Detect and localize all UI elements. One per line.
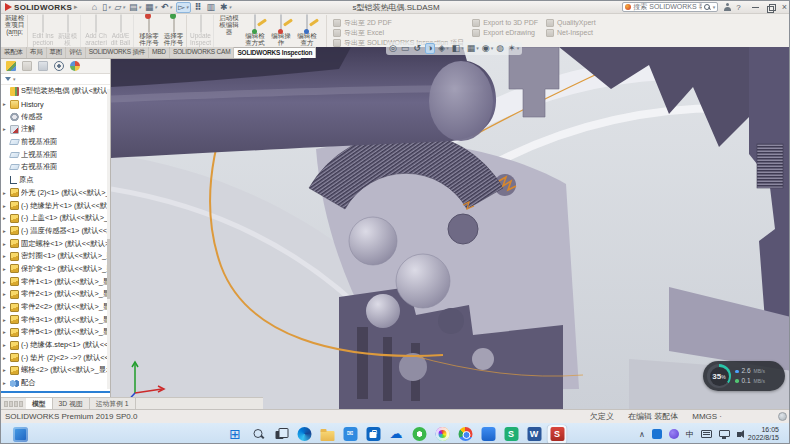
close-button[interactable]: × [782, 3, 787, 12]
undo-icon[interactable]: ↶▾ [161, 3, 172, 12]
tree-item[interactable]: ▸ 零件1<1> (默认<<默认>_显示状态 [1, 275, 110, 288]
expand-arrow-icon[interactable]: ▸ [3, 355, 8, 361]
chrome-icon[interactable] [456, 425, 475, 444]
speaker-icon[interactable] [737, 432, 741, 437]
expand-arrow-icon[interactable]: ▸ [3, 253, 8, 259]
expand-arrow-icon[interactable]: ▸ [3, 291, 8, 297]
model-shaft[interactable] [111, 47, 496, 158]
3d-viewport[interactable] [111, 47, 790, 409]
command-tab[interactable]: MBD [149, 47, 170, 58]
propertymanager-tab[interactable] [22, 61, 32, 71]
onedrive-icon[interactable]: ☁ [387, 425, 406, 444]
zoom-area-icon[interactable]: ▭ [401, 44, 411, 53]
rebuild-icon[interactable]: ⠿ [195, 3, 203, 12]
export-menu-item[interactable]: QualityXpert [546, 18, 596, 27]
tree-item[interactable]: ▸ 固定螺栓<1> (默认<<默认>_显示 [1, 237, 110, 250]
tree-item[interactable]: ▸ (-) 上盖<1> (默认<<默认>_显示状 [1, 212, 110, 225]
green-s-app-icon[interactable]: S [502, 425, 521, 444]
tree-item[interactable]: ▸ (-) 温度传感器<1> (默认<<默认>_ [1, 225, 110, 238]
view-orientation-icon[interactable]: ◧▾ [452, 44, 464, 53]
expand-arrow-icon[interactable]: ▸ [3, 380, 8, 386]
tree-item[interactable]: ▸ (-) 绝缘垫片<1> (默认<<默认>_显 [1, 199, 110, 212]
expand-arrow-icon[interactable]: ▸ [3, 329, 8, 335]
menu-expand-icon[interactable]: ▸ [74, 3, 78, 11]
command-tab[interactable]: 布局 [27, 47, 47, 58]
login-icon[interactable] [723, 3, 731, 11]
expand-arrow-icon[interactable]: ▸ [3, 228, 8, 234]
widgets-icon[interactable] [13, 427, 28, 442]
blue-app-icon[interactable] [479, 425, 498, 444]
file-explorer-icon[interactable] [318, 425, 337, 444]
photos-app-icon[interactable] [433, 425, 452, 444]
model-tab[interactable]: 运动算例 1 [90, 398, 136, 409]
export-menu-item[interactable]: 导出至 2D PDF [333, 18, 464, 27]
tree-item[interactable]: ▸ (-) 垫片 (2)<2> ->? (默认<<默认 [1, 351, 110, 364]
previous-view-icon[interactable]: ↺ [413, 44, 422, 53]
command-tab[interactable]: 装配体 [1, 47, 27, 58]
expand-arrow-icon[interactable]: ▸ [3, 101, 8, 107]
export-menu-item[interactable]: Export to 3D PDF [472, 18, 538, 27]
expand-arrow-icon[interactable]: ▸ [3, 367, 8, 373]
search-icon[interactable] [704, 4, 711, 11]
tree-item[interactable]: 上视基准面 [1, 148, 110, 161]
tray-expand-icon[interactable]: ∧ [639, 430, 645, 439]
open-icon[interactable]: ▱▾ [115, 3, 125, 12]
command-tab[interactable]: SOLIDWORKS CAM [170, 47, 235, 58]
edit-appearance-icon[interactable]: ◍ [496, 44, 505, 53]
print-icon[interactable]: ▦▾ [145, 3, 157, 12]
filter-dropdown-icon[interactable]: ▾ [13, 76, 16, 82]
tree-split-bar[interactable] [1, 391, 110, 393]
expand-arrow-icon[interactable]: ▸ [3, 190, 8, 196]
edge-icon[interactable] [295, 425, 314, 444]
expand-arrow-icon[interactable]: ▸ [3, 241, 8, 247]
save-icon[interactable]: ▤▾ [129, 3, 141, 12]
tray-app-blue-icon[interactable] [652, 429, 662, 439]
home-icon[interactable]: ⌂ [92, 3, 98, 12]
expand-arrow-icon[interactable]: ▸ [3, 266, 8, 272]
expand-arrow-icon[interactable]: ▸ [3, 317, 8, 323]
command-tab[interactable]: 评估 [66, 47, 86, 58]
select-icon[interactable]: ▻▾ [176, 2, 190, 13]
command-tab[interactable]: SOLIDWORKS 插件 [86, 47, 149, 58]
zoom-fit-icon[interactable]: ◎ [389, 44, 398, 53]
solidworks-logo[interactable]: SOLIDWORKS ▸ [1, 3, 82, 12]
tree-item[interactable]: 传感器 [1, 110, 110, 123]
green-app-icon[interactable] [410, 425, 429, 444]
search-input[interactable]: 搜索 SOLIDWORKS 帮助 ▾ [622, 2, 718, 12]
tree-item[interactable]: ▸ 零件2<2> (默认<<默认>_显示状态 [1, 301, 110, 314]
export-menu-item[interactable]: Net-Inspect [546, 28, 596, 37]
start-icon[interactable]: ⊞ [226, 425, 245, 444]
tree-item[interactable]: 原点 [1, 174, 110, 187]
display-style-icon[interactable]: ▦▾ [467, 44, 479, 53]
tree-item[interactable]: 前视基准面 [1, 136, 110, 149]
search-icon[interactable] [249, 425, 268, 444]
new-document-icon[interactable]: ▯▾ [102, 3, 110, 12]
help-button[interactable]: ? [736, 3, 740, 12]
status-globe-icon[interactable] [778, 412, 787, 421]
model-tab[interactable]: 模型 [26, 398, 53, 409]
taskbar-clock[interactable]: 16:05 2022/8/15 [748, 426, 783, 442]
minimize-button[interactable] [752, 7, 759, 8]
solidworks-app-icon[interactable]: S [548, 425, 567, 444]
configuration-manager-tab[interactable] [38, 61, 48, 71]
word-icon[interactable]: W [525, 425, 544, 444]
expand-arrow-icon[interactable]: ▸ [3, 203, 8, 209]
display-manager-tab[interactable] [70, 61, 80, 71]
tree-item[interactable]: S型铠装热电偶 (默认<默认_显示状态-1 [1, 85, 110, 98]
filter-icon[interactable] [5, 77, 11, 81]
expand-arrow-icon[interactable]: ▸ [3, 342, 8, 348]
model-tab[interactable]: 3D 视图 [53, 398, 90, 409]
expand-arrow-icon[interactable]: ▸ [3, 304, 8, 310]
tree-item[interactable]: ▸ 配合 [1, 377, 110, 390]
tree-item[interactable]: ▸ History [1, 98, 110, 111]
tree-item[interactable]: ▸ 零件3<1> (默认<<默认>_显示状态 [1, 313, 110, 326]
command-tab[interactable]: 草图 [47, 47, 67, 58]
hide-show-items-icon[interactable]: ◉▾ [482, 44, 493, 53]
tree-item[interactable]: ▸ 零件2<1> (默认<<默认>_显示状态 [1, 288, 110, 301]
tree-item[interactable]: ▸ 密封圈<1> (默认<<默认>_显示状 [1, 250, 110, 263]
search-dropdown-icon[interactable]: ▾ [713, 4, 716, 10]
store-icon[interactable] [364, 425, 383, 444]
tree-item[interactable]: ▸ 注解 [1, 123, 110, 136]
section-view-icon[interactable]: ◑ [425, 43, 435, 54]
tray-app-purple-icon[interactable] [669, 429, 679, 439]
